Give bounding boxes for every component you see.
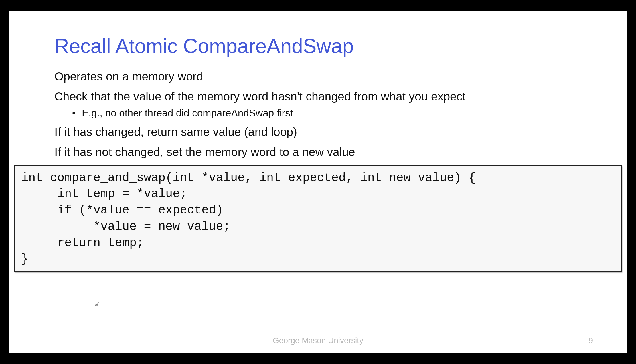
slide-container: Recall Atomic CompareAndSwap Operates on… bbox=[9, 11, 627, 353]
body-line: If it has changed, return same value (an… bbox=[54, 125, 610, 139]
presentation-stage: Recall Atomic CompareAndSwap Operates on… bbox=[0, 0, 636, 364]
code-block: int compare_and_swap(int *value, int exp… bbox=[14, 165, 622, 272]
footer-page-number: 9 bbox=[536, 336, 593, 345]
slide-footer: George Mason University 9 bbox=[9, 336, 627, 345]
body-line: If it has not changed, set the memory wo… bbox=[54, 145, 610, 159]
slide-title: Recall Atomic CompareAndSwap bbox=[9, 11, 627, 66]
footer-spacer bbox=[43, 336, 100, 345]
body-line: Operates on a memory word bbox=[54, 70, 610, 83]
body-line: Check that the value of the memory word … bbox=[54, 90, 610, 103]
cursor-icon bbox=[94, 300, 101, 307]
slide-body: Operates on a memory word Check that the… bbox=[9, 66, 627, 159]
footer-institution: George Mason University bbox=[100, 336, 536, 345]
body-sub-bullet: E.g., no other thread did compareAndSwap… bbox=[54, 107, 610, 119]
slide: Recall Atomic CompareAndSwap Operates on… bbox=[9, 11, 627, 353]
